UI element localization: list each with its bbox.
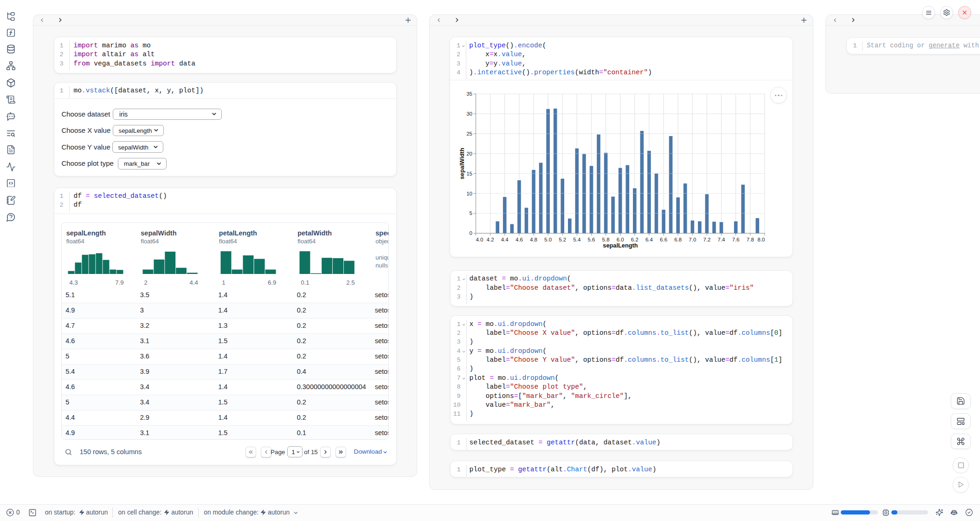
svg-text:15: 15 bbox=[466, 171, 472, 176]
svg-text:10: 10 bbox=[466, 191, 472, 196]
svg-text:6.6: 6.6 bbox=[660, 237, 667, 242]
svg-text:7.8: 7.8 bbox=[747, 237, 754, 242]
svg-text:35: 35 bbox=[466, 91, 472, 97]
svg-text:5.6: 5.6 bbox=[588, 237, 595, 242]
svg-text:5: 5 bbox=[470, 210, 472, 216]
svg-text:7.2: 7.2 bbox=[703, 237, 710, 242]
svg-text:7.6: 7.6 bbox=[732, 237, 740, 242]
svg-text:0: 0 bbox=[470, 230, 472, 236]
svg-text:7.4: 7.4 bbox=[718, 237, 726, 242]
svg-text:sepalWidth: sepalWidth bbox=[458, 148, 465, 179]
svg-text:4.0: 4.0 bbox=[476, 237, 484, 242]
svg-text:25: 25 bbox=[466, 131, 472, 137]
svg-text:5.4: 5.4 bbox=[573, 237, 581, 242]
svg-text:4.4: 4.4 bbox=[501, 237, 509, 242]
svg-text:8.0: 8.0 bbox=[758, 237, 765, 242]
svg-text:6.4: 6.4 bbox=[645, 237, 653, 242]
svg-text:20: 20 bbox=[466, 151, 472, 156]
svg-text:5.2: 5.2 bbox=[559, 237, 566, 242]
svg-text:4.8: 4.8 bbox=[530, 237, 537, 242]
svg-text:5.0: 5.0 bbox=[544, 237, 552, 242]
svg-text:sepalLength: sepalLength bbox=[603, 242, 638, 249]
svg-text:7.0: 7.0 bbox=[689, 237, 696, 242]
svg-text:4.6: 4.6 bbox=[516, 237, 523, 242]
svg-text:6.8: 6.8 bbox=[674, 237, 682, 242]
svg-text:30: 30 bbox=[466, 111, 472, 117]
svg-text:4.2: 4.2 bbox=[487, 237, 494, 242]
